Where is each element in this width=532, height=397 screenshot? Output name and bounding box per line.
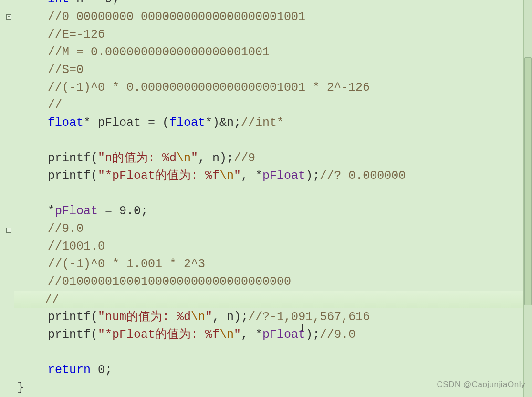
- comment: //S=0: [48, 63, 83, 77]
- code-line: printf("*pFloat的值为: %f\n", *pFloat);//9.…: [14, 326, 523, 344]
- keyword-int: int: [48, 0, 69, 6]
- code-line: printf("n的值为: %d\n", n);//9: [14, 149, 523, 167]
- code-line: printf("num的值为: %d\n", n);//?-1,091,567,…: [14, 308, 523, 326]
- code-line: //S=0: [14, 61, 523, 79]
- code-line: //M = 0.00000000000000000001001: [14, 43, 523, 61]
- vertical-scrollbar[interactable]: [523, 0, 532, 397]
- comment: //: [45, 293, 59, 307]
- comment: //? 0.000000: [320, 169, 406, 183]
- fold-toggle-icon[interactable]: −: [6, 14, 11, 20]
- comment: //int*: [241, 116, 284, 130]
- code-line: *pFloat = 9.0;: [14, 202, 523, 220]
- code-line: int n = 9;: [14, 0, 523, 8]
- scrollbar-thumb[interactable]: [524, 57, 532, 305]
- comment: //9.0: [320, 328, 355, 342]
- comment: //M = 0.00000000000000000001001: [48, 45, 270, 59]
- code-line: //: [14, 96, 523, 114]
- code-line-active: //: [14, 291, 523, 308]
- code-editor[interactable]: int n = 9; //0 00000000 0000000000000000…: [14, 0, 523, 397]
- code-line: //(-1)^0 * 0.00000000000000000001001 * 2…: [14, 79, 523, 96]
- code-line: //E=-126: [14, 26, 523, 43]
- code-line: [14, 132, 523, 149]
- comment: //01000001000100000000000000000000: [48, 275, 291, 289]
- fold-toggle-icon[interactable]: −: [6, 228, 11, 233]
- code-line: //9.0: [14, 220, 523, 238]
- keyword-float: float: [169, 116, 205, 130]
- comment: //(-1)^0 * 0.00000000000000000001001 * 2…: [48, 81, 370, 94]
- comment: //9.0: [48, 222, 83, 236]
- comment: //?-1,091,567,616: [248, 310, 370, 324]
- code-line: [14, 344, 523, 361]
- watermark-text: CSDN @CaojunjiaOnly: [437, 376, 526, 393]
- keyword-float: float: [48, 116, 83, 130]
- code-line: [14, 185, 523, 202]
- comment: //0 00000000 00000000000000000001001: [48, 10, 305, 24]
- code-line: //1001.0: [14, 238, 523, 255]
- comment: //E=-126: [48, 28, 105, 42]
- code-line: //0 00000000 00000000000000000001001: [14, 8, 523, 26]
- code-line: //(-1)^0 * 1.001 * 2^3: [14, 255, 523, 273]
- code-line: printf("*pFloat的值为: %f\n", *pFloat);//? …: [14, 167, 523, 185]
- keyword-return: return: [48, 363, 91, 377]
- editor-gutter: − −: [0, 0, 13, 397]
- comment: //: [48, 98, 62, 112]
- comment: //9: [234, 151, 255, 165]
- comment: //1001.0: [48, 240, 105, 253]
- code-line: //01000001000100000000000000000000: [14, 273, 523, 291]
- comment: //(-1)^0 * 1.001 * 2^3: [48, 257, 205, 271]
- code-line: float* pFloat = (float*)&n;//int*: [14, 114, 523, 132]
